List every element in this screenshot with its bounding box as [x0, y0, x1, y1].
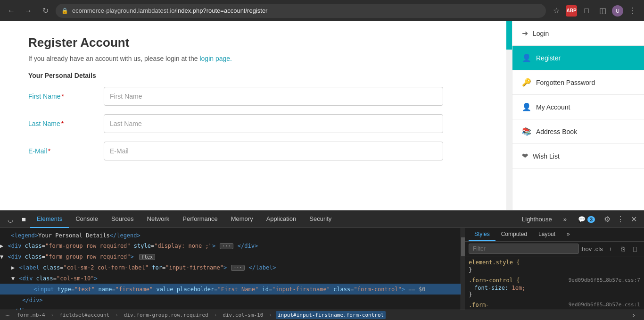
sidebar-item-label: Address Book	[536, 128, 577, 135]
dom-line-highlighted: <input type="text" name="firstname" valu…	[0, 284, 461, 295]
pseudo-class-btn[interactable]: :hov	[581, 244, 591, 254]
login-icon: ➜	[522, 29, 528, 38]
page-content: Register Account If you already have an …	[0, 21, 506, 210]
styles-filter-input[interactable]	[469, 244, 579, 254]
menu-button[interactable]: ⋮	[626, 4, 639, 17]
devtools-breadcrumb-bar: ⋯ form.mb-4 › fieldset#account › div.for…	[0, 310, 644, 320]
layout-style-btn[interactable]: ⎕	[630, 244, 640, 254]
lastname-input[interactable]	[104, 114, 443, 133]
lastname-form-group: Last Name*	[28, 114, 478, 133]
reload-button[interactable]: ↻	[39, 4, 52, 17]
lastname-label: Last Name*	[28, 120, 104, 127]
firstname-label: First Name*	[28, 93, 104, 100]
scrollbar-thumb	[506, 21, 512, 50]
copy-style-btn[interactable]: ⎘	[618, 244, 628, 254]
sidebar-item-label: My Account	[536, 103, 570, 111]
sidebar-item-address-book[interactable]: 📚 Address Book	[512, 119, 644, 144]
elements-panel[interactable]: <legend>Your Personal Details</legend> ▶…	[0, 228, 461, 310]
sidebar-item-forgotten-password[interactable]: 🔑 Forgotten Password	[512, 70, 644, 95]
styles-tab-styles[interactable]: Styles	[469, 228, 495, 241]
tab-more[interactable]: »	[558, 211, 572, 228]
email-label: E-Mail*	[28, 147, 104, 155]
split-view-button[interactable]: ◫	[596, 4, 609, 17]
breadcrumb-div-col[interactable]: div.col-sm-10	[221, 311, 265, 319]
main-content: Register Account If you already have an …	[0, 21, 644, 210]
devtools-more-btn[interactable]: ⋮	[614, 213, 627, 226]
page-title: Register Account	[28, 35, 478, 50]
tab-lighthouse[interactable]: Lighthouse	[516, 211, 558, 228]
profile-avatar: U	[612, 5, 623, 17]
devtools-picker-icon[interactable]: ◡	[4, 213, 17, 226]
sidebar-item-login[interactable]: ➜ Login	[512, 21, 644, 46]
dom-line: </div>	[0, 295, 461, 305]
login-link[interactable]: login page.	[199, 55, 232, 62]
tab-performance[interactable]: Performance	[176, 211, 224, 228]
page-subtitle: If you already have an account with us, …	[28, 55, 478, 62]
tab-chat[interactable]: 💬 3	[572, 211, 601, 228]
sidebar-item-wish-list[interactable]: ❤ Wish List	[512, 144, 644, 168]
elements-scrollbar-thumb	[461, 237, 465, 256]
adblock-badge: ABP	[566, 5, 577, 17]
sidebar-item-my-account[interactable]: 👤 My Account	[512, 95, 644, 119]
sidebar-item-label: Wish List	[533, 152, 560, 160]
style-block-form-control-1: .form-control { 9ed09db6f85…8b57e.css:7 …	[469, 277, 640, 298]
sidebar: ➜ Login 👤 Register 🔑 Forgotten Password …	[512, 21, 644, 210]
tab-application[interactable]: Application	[260, 211, 303, 228]
sidebar-item-label: Register	[536, 54, 561, 62]
browser-toolbar-icons: ☆ ABP □ ◫ U ⋮	[550, 4, 639, 17]
tab-console[interactable]: Console	[69, 211, 105, 228]
browser-chrome: ← → ↻ 🔒 ecommerce-playground.lambdatest.…	[0, 0, 644, 21]
dom-line: ▼ <div class="form-group row required"> …	[0, 252, 461, 262]
dom-line: ▶ <div class="form-group row required" s…	[0, 241, 461, 252]
sidebar-item-register[interactable]: 👤 Register	[512, 46, 644, 70]
back-button[interactable]: ←	[5, 4, 18, 17]
breadcrumb-form[interactable]: form.mb-4	[15, 311, 47, 319]
styles-tabs: Styles Computed Layout »	[465, 228, 644, 242]
register-icon: 👤	[522, 53, 531, 62]
devtools-main-area: <legend>Your Personal Details</legend> ▶…	[0, 228, 644, 310]
lock-icon: 🔒	[61, 8, 68, 14]
forward-button[interactable]: →	[22, 4, 35, 17]
styles-tab-more[interactable]: »	[561, 228, 576, 241]
account-icon: 👤	[522, 102, 531, 111]
wishlist-icon: ❤	[522, 152, 528, 160]
email-form-group: E-Mail*	[28, 142, 478, 160]
email-input[interactable]	[104, 142, 443, 160]
address-bar[interactable]: 🔒 ecommerce-playground.lambdatest.io/ind…	[56, 4, 546, 18]
tab-network[interactable]: Network	[140, 211, 176, 228]
styles-filter-bar: :hov .cls + ⎘ ⎕	[465, 242, 644, 256]
tab-memory[interactable]: Memory	[224, 211, 260, 228]
devtools-close-btn[interactable]: ✕	[627, 213, 640, 226]
dom-line: ▶ <label class="col-sm-2 col-form-label"…	[0, 262, 461, 273]
addressbook-icon: 📚	[522, 127, 531, 136]
add-style-btn[interactable]: +	[605, 244, 616, 254]
breadcrumb-expand[interactable]: ⋯	[4, 312, 11, 319]
page-scrollbar[interactable]	[506, 21, 512, 210]
style-block-form-control-2: .form- 9ed09db6f85…8b57e.css:1 control {	[469, 302, 640, 310]
devtools-elements-scrollbar[interactable]	[461, 228, 465, 310]
style-block-element: element.style { }	[469, 259, 640, 273]
cls-btn[interactable]: .cls	[593, 244, 603, 254]
sidebar-item-label: Login	[533, 30, 549, 37]
breadcrumb-div-form-group[interactable]: div.form-group.row.required	[122, 311, 210, 319]
styles-tab-computed[interactable]: Computed	[495, 228, 533, 241]
devtools-panel: ◡ ◽ Elements Console Sources Network Per…	[0, 210, 644, 320]
dom-line: <legend>Your Personal Details</legend>	[0, 230, 461, 241]
styles-tab-layout[interactable]: Layout	[533, 228, 561, 241]
tab-elements[interactable]: Elements	[30, 211, 69, 228]
section-title: Your Personal Details	[28, 72, 478, 79]
star-button[interactable]: ☆	[550, 4, 563, 17]
styles-panel: Styles Computed Layout » :hov .cls + ⎘ ⎕…	[465, 228, 644, 310]
firstname-input[interactable]	[104, 87, 443, 106]
breadcrumb-right-arrow[interactable]: ›	[627, 310, 640, 320]
sidebar-item-label: Forgotten Password	[536, 79, 595, 86]
extensions-button[interactable]: □	[580, 4, 593, 17]
breadcrumb-input[interactable]: input#input-firstname.form-control	[276, 311, 386, 319]
devtools-device-icon[interactable]: ◽	[17, 213, 30, 226]
devtools-settings-btn[interactable]: ⚙	[601, 213, 614, 226]
dom-line: ▼ <div class="col-sm-10">	[0, 273, 461, 284]
tab-security[interactable]: Security	[303, 211, 338, 228]
breadcrumb-fieldset[interactable]: fieldset#account	[58, 311, 111, 319]
dom-line: </div>	[0, 305, 461, 310]
tab-sources[interactable]: Sources	[105, 211, 140, 228]
